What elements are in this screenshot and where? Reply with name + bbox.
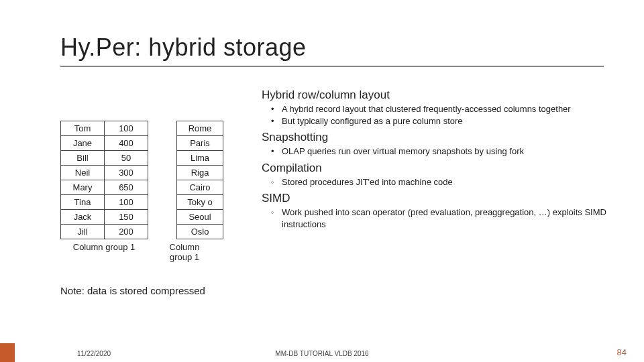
cell-name: Mary [61, 180, 105, 195]
cell-city: Seoul [177, 210, 223, 225]
bullet-item: • But typically configured as a pure col… [274, 115, 617, 127]
cell-val: 200 [105, 225, 148, 239]
caption-left: Column group 1 [60, 242, 148, 262]
bullet-item: • A hybrid record layout that clustered … [274, 103, 617, 115]
page-number: 84 [617, 347, 627, 357]
cell-city: Paris [177, 136, 223, 151]
footer: 11/22/2020 MM-DB TUTORIAL VLDB 2016 84 [0, 343, 644, 362]
cell-city: Riga [177, 166, 223, 180]
bullet-item: Stored procedures JIT'ed into machine co… [274, 176, 617, 188]
cell-gap [148, 136, 177, 151]
cell-city: Cairo [177, 180, 223, 195]
cell-name: Jack [61, 210, 105, 225]
section-heading: SIMD [262, 192, 617, 205]
cell-val: 50 [105, 151, 148, 166]
bullet-list: • OLAP queries run over virtual memory s… [274, 145, 617, 158]
cell-gap [148, 151, 177, 166]
cell-city: Oslo [177, 225, 223, 239]
cell-name: Neil [61, 166, 105, 180]
footer-mid: MM-DB TUTORIAL VLDB 2016 [0, 350, 644, 357]
cell-val: 100 [105, 121, 148, 136]
cell-city: Lima [177, 151, 223, 166]
bullet-item: Work pushed into scan operator (pred eva… [274, 206, 617, 230]
compression-note: Note: data is stored compressed [60, 285, 205, 296]
cell-val: 650 [105, 180, 148, 195]
data-table-area: Tom100RomeJane400ParisBill50LimaNeil300R… [60, 121, 262, 262]
cell-name: Jane [61, 136, 105, 151]
cell-val: 300 [105, 166, 148, 180]
cell-gap [148, 210, 177, 225]
cell-name: Bill [61, 151, 105, 166]
cell-val: 150 [105, 210, 148, 225]
table-row: Tom100Rome [61, 121, 223, 136]
caption-right: Column group 1 [161, 242, 208, 262]
cell-gap [148, 225, 177, 239]
cell-gap [148, 195, 177, 210]
table-row: Neil300Riga [61, 166, 223, 180]
cell-gap [148, 166, 177, 180]
section-heading: Hybrid row/column layout [262, 88, 617, 102]
bullet-item: • OLAP queries run over virtual memory s… [274, 145, 617, 158]
table-row: Bill50Lima [61, 151, 223, 166]
section-heading: Snapshotting [262, 131, 617, 144]
slide-title: Hy.Per: hybrid storage [60, 34, 604, 67]
bullet-list: Work pushed into scan operator (pred eva… [274, 206, 617, 230]
cell-name: Jill [61, 225, 105, 239]
bullet-list: Stored procedures JIT'ed into machine co… [274, 176, 617, 188]
cell-val: 400 [105, 136, 148, 151]
table-row: Tina100Toky o [61, 195, 223, 210]
table-row: Jack150Seoul [61, 210, 223, 225]
table-row: Mary650Cairo [61, 180, 223, 195]
cell-city: Rome [177, 121, 223, 136]
bullet-body: Hybrid row/column layout• A hybrid recor… [262, 86, 617, 234]
cell-val: 100 [105, 195, 148, 210]
data-table: Tom100RomeJane400ParisBill50LimaNeil300R… [60, 121, 223, 239]
table-row: Jill200Oslo [61, 225, 223, 239]
cell-gap [148, 121, 177, 136]
cell-gap [148, 180, 177, 195]
bullet-list: • A hybrid record layout that clustered … [274, 103, 617, 127]
section-heading: Compilation [262, 162, 617, 175]
table-row: Jane400Paris [61, 136, 223, 151]
cell-name: Tina [61, 195, 105, 210]
cell-name: Tom [61, 121, 105, 136]
cell-city: Toky o [177, 195, 223, 210]
